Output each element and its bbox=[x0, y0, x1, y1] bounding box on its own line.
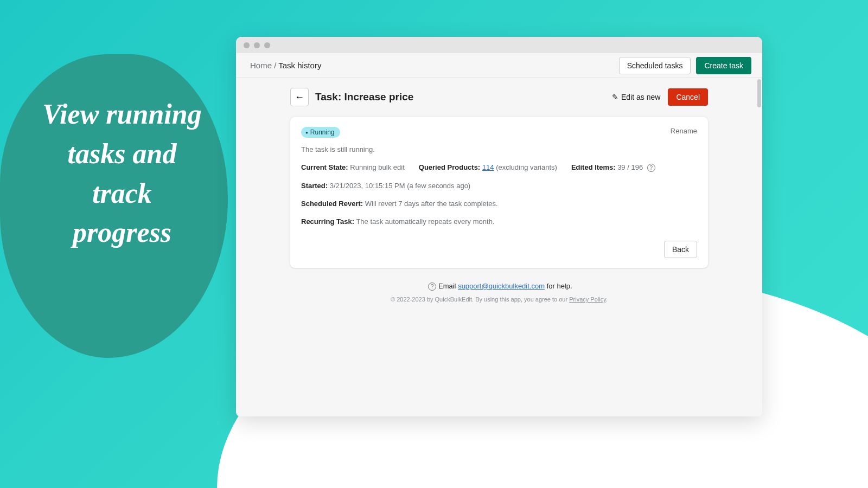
help-suffix: for help. bbox=[545, 282, 572, 290]
create-task-button[interactable]: Create task bbox=[696, 57, 751, 74]
breadcrumb-sep: / bbox=[274, 61, 276, 70]
footer-help: ? Email support@quickbulkedit.com for he… bbox=[290, 282, 708, 291]
privacy-policy-link[interactable]: Privacy Policy bbox=[569, 296, 606, 303]
recurring-value: The task automatically repeats every mon… bbox=[356, 217, 494, 226]
support-email-link[interactable]: support@quickbulkedit.com bbox=[458, 282, 545, 290]
back-button[interactable]: Back bbox=[664, 241, 697, 258]
help-prefix: Email bbox=[438, 282, 458, 290]
promo-headline: View running tasks and track progress bbox=[41, 95, 203, 253]
help-icon-footer: ? bbox=[428, 282, 436, 291]
window-titlebar bbox=[236, 37, 762, 53]
help-icon[interactable]: ? bbox=[647, 164, 655, 172]
current-state-label: Current State: bbox=[301, 163, 348, 171]
card-footer: Back bbox=[301, 241, 697, 258]
queried-note: (excluding variants) bbox=[496, 163, 557, 171]
started-value: 3/21/2023, 10:15:15 PM (a few seconds ag… bbox=[330, 182, 470, 190]
edit-as-new-button[interactable]: ✎ Edit as new bbox=[612, 93, 660, 101]
started-block: Started: 3/21/2023, 10:15:15 PM (a few s… bbox=[301, 182, 697, 190]
legal-prefix: © 2022-2023 by QuickBulkEdit. By using t… bbox=[391, 296, 569, 303]
cancel-button[interactable]: Cancel bbox=[668, 88, 708, 106]
breadcrumb-home[interactable]: Home bbox=[250, 61, 272, 70]
task-header-left: ← Task: Increase price bbox=[290, 88, 413, 106]
window-min-dot[interactable] bbox=[254, 42, 260, 48]
back-arrow-button[interactable]: ← bbox=[290, 88, 309, 106]
content-inner: ← Task: Increase price ✎ Edit as new Can… bbox=[290, 78, 708, 312]
task-card: Rename Running The task is still running… bbox=[290, 117, 708, 268]
edited-value: 39 / 196 bbox=[617, 163, 643, 171]
legal-suffix: . bbox=[606, 296, 608, 303]
content-scroll: ← Task: Increase price ✎ Edit as new Can… bbox=[236, 78, 762, 416]
status-text: The task is still running. bbox=[301, 145, 697, 153]
task-title: Task: Increase price bbox=[315, 91, 413, 103]
revert-value: Will revert 7 days after the task comple… bbox=[365, 200, 498, 208]
breadcrumb: Home / Task history bbox=[250, 61, 321, 70]
revert-block: Scheduled Revert: Will revert 7 days aft… bbox=[301, 200, 697, 208]
recurring-block: Recurring Task: The task automatically r… bbox=[301, 217, 697, 226]
window-max-dot[interactable] bbox=[264, 42, 270, 48]
rename-link[interactable]: Rename bbox=[671, 127, 697, 135]
footer-legal: © 2022-2023 by QuickBulkEdit. By using t… bbox=[290, 296, 708, 303]
arrow-left-icon: ← bbox=[295, 92, 304, 103]
current-state-value: Running bulk edit bbox=[350, 163, 404, 171]
status-badge: Running bbox=[301, 127, 340, 138]
queried-label: Queried Products: bbox=[419, 163, 480, 171]
app-window: Home / Task history Scheduled tasks Crea… bbox=[236, 37, 762, 416]
pencil-icon: ✎ bbox=[612, 93, 618, 101]
scrollbar[interactable] bbox=[757, 79, 761, 107]
edit-as-new-label: Edit as new bbox=[621, 93, 660, 101]
edited-items: Edited Items: 39 / 196 ? bbox=[571, 163, 655, 172]
recurring-label: Recurring Task: bbox=[301, 217, 354, 226]
breadcrumb-current: Task history bbox=[278, 61, 321, 70]
window-close-dot[interactable] bbox=[244, 42, 250, 48]
header-bar: Home / Task history Scheduled tasks Crea… bbox=[236, 53, 762, 78]
current-state: Current State: Running bulk edit bbox=[301, 163, 405, 172]
info-row-main: Current State: Running bulk edit Queried… bbox=[301, 163, 697, 172]
task-header-right: ✎ Edit as new Cancel bbox=[612, 88, 708, 106]
queried-value-link[interactable]: 114 bbox=[482, 163, 494, 171]
queried-products: Queried Products: 114 (excluding variant… bbox=[419, 163, 557, 172]
edited-label: Edited Items: bbox=[571, 163, 616, 171]
started-label: Started: bbox=[301, 182, 328, 190]
revert-label: Scheduled Revert: bbox=[301, 200, 363, 208]
header-actions: Scheduled tasks Create task bbox=[619, 57, 751, 74]
scheduled-tasks-button[interactable]: Scheduled tasks bbox=[619, 57, 691, 74]
task-header: ← Task: Increase price ✎ Edit as new Can… bbox=[290, 88, 708, 106]
